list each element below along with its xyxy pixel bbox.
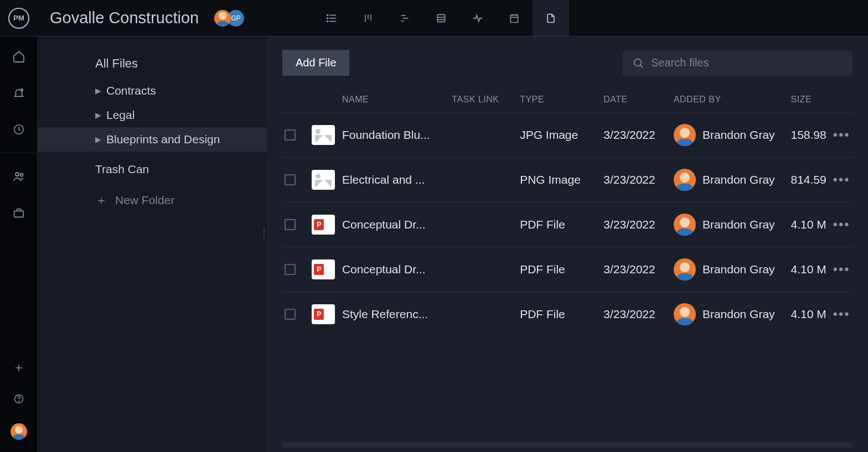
folder-label: Contracts [106,84,156,97]
folder-label: Legal [106,108,135,122]
svg-point-27 [18,401,19,402]
calendar-icon [509,13,520,24]
file-size: 814.59 [791,173,831,186]
add-file-button[interactable]: Add File [282,50,349,76]
nav-portfolio[interactable] [12,206,25,220]
col-by[interactable]: ADDED BY [674,95,791,105]
nav-help[interactable] [12,392,25,406]
main: All Files ▶Contracts▶Legal▶Blueprints an… [0,37,868,452]
file-date: 3/23/2022 [603,308,674,321]
file-date: 3/23/2022 [603,128,674,142]
app-logo[interactable]: PM [0,0,38,37]
file-date: 3/23/2022 [603,173,674,186]
horizontal-scrollbar[interactable] [282,442,852,448]
caret-right-icon: ▶ [95,86,102,95]
board-icon [363,13,374,24]
caret-right-icon: ▶ [95,111,102,120]
file-added-by: Brandon Gray [674,124,791,146]
row-checkbox[interactable] [285,264,296,275]
row-checkbox[interactable] [285,129,296,141]
row-more-menu[interactable]: ••• [833,127,850,142]
clock-icon [13,123,25,136]
files-table: NAME TASK LINK TYPE DATE ADDED BY SIZE F… [282,88,852,433]
folder-item[interactable]: ▶Blueprints and Design [38,127,267,152]
file-name: Foundation Blu... [342,128,452,142]
file-name: Style Referenc... [342,308,452,321]
table-row[interactable]: Conceptual Dr...PDF File3/23/2022Brandon… [282,247,852,292]
trash-label: Trash Can [95,163,149,175]
plus-icon [14,363,24,373]
file-size: 4.10 M [791,308,831,321]
col-name[interactable]: NAME [342,95,452,105]
view-tabs [313,0,569,36]
file-name: Electrical and ... [342,173,452,186]
nav-notifications[interactable] [12,86,25,100]
file-type: PNG Image [520,173,603,186]
svg-point-5 [327,20,328,22]
svg-point-3 [327,14,328,15]
row-more-menu[interactable]: ••• [833,262,850,277]
file-added-by: Brandon Gray [674,169,791,191]
view-tab-calendar[interactable] [496,0,533,36]
row-checkbox[interactable] [285,219,296,230]
row-checkbox[interactable] [285,309,296,320]
folder-label: Blueprints and Design [106,133,220,146]
file-date: 3/23/2022 [603,263,674,276]
folder-sidebar: All Files ▶Contracts▶Legal▶Blueprints an… [38,37,267,452]
table-row[interactable]: Style Referenc...PDF File3/23/2022Brando… [282,292,852,336]
folder-item[interactable]: ▶Contracts [38,79,267,103]
col-type[interactable]: TYPE [520,95,603,105]
file-type: JPG Image [520,128,603,142]
file-added-by: Brandon Gray [674,214,791,236]
view-tab-gantt[interactable] [386,0,423,36]
trash-can[interactable]: Trash Can [38,155,267,184]
view-tab-table[interactable] [423,0,459,36]
file-type-icon [312,259,335,279]
nav-profile-avatar[interactable] [11,423,27,440]
file-name: Conceptual Dr... [342,263,452,276]
svg-rect-15 [510,15,518,22]
nav-home[interactable] [12,50,25,63]
caret-right-icon: ▶ [95,135,102,144]
search-icon [632,57,644,69]
svg-point-4 [327,18,328,19]
col-task[interactable]: TASK LINK [452,95,520,105]
logo-text: PM [8,8,29,29]
folder-item[interactable]: ▶Legal [38,103,267,127]
row-more-menu[interactable]: ••• [833,306,850,321]
folder-all-files[interactable]: All Files [38,51,267,79]
member-avatar-1[interactable] [214,10,231,27]
project-title: Govalle Construction [50,9,199,27]
nav-recent[interactable] [12,123,25,136]
file-size: 4.10 M [791,218,831,231]
new-folder-button[interactable]: ＋ New Folder [38,184,267,212]
user-avatar [674,303,696,325]
row-more-menu[interactable]: ••• [833,217,850,232]
view-tab-files[interactable] [533,0,569,36]
help-icon [13,393,24,404]
user-avatar [674,124,696,146]
list-icon [326,12,338,24]
view-tab-board[interactable] [350,0,386,36]
row-more-menu[interactable]: ••• [833,172,850,187]
project-members[interactable]: GP [214,10,244,27]
search-input[interactable] [651,56,843,69]
file-name: Conceptual Dr... [342,218,452,231]
col-size[interactable]: SIZE [791,95,831,105]
view-tab-workload[interactable] [459,0,496,36]
user-avatar [674,258,696,280]
table-row[interactable]: Electrical and ...PNG Image3/23/2022Bran… [282,157,852,202]
content-toolbar: Add File [282,50,852,76]
nav-team[interactable] [12,170,25,183]
briefcase-icon [13,207,25,219]
nav-add[interactable] [12,361,25,375]
view-tab-list[interactable] [313,0,350,36]
row-checkbox[interactable] [285,174,296,185]
col-date[interactable]: DATE [603,95,674,105]
activity-icon [472,12,484,24]
table-row[interactable]: Conceptual Dr...PDF File3/23/2022Brandon… [282,202,852,247]
file-date: 3/23/2022 [603,218,674,231]
search-container[interactable] [622,50,852,76]
svg-point-28 [634,59,642,66]
table-row[interactable]: Foundation Blu...JPG Image3/23/2022Brand… [282,112,852,157]
